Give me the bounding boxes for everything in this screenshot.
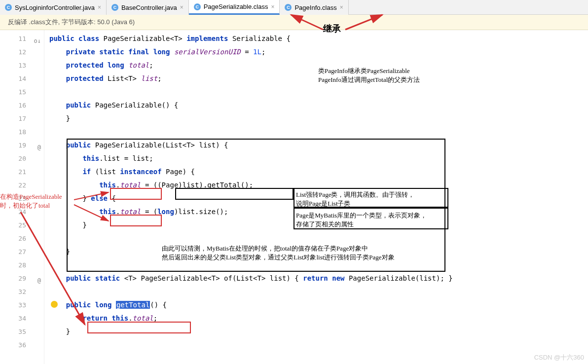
line-number: 29@ (0, 272, 44, 285)
line-number: 15 (0, 85, 44, 99)
tab-pageinfo[interactable]: C PageInfo.class × (280, 0, 348, 15)
line-number: 17 (0, 112, 44, 125)
code-line[interactable]: this.list = list; (44, 152, 588, 165)
code-line[interactable] (44, 85, 588, 99)
line-number: 33 (0, 298, 44, 312)
line-number: 36 (0, 338, 44, 352)
code-line[interactable]: } (44, 325, 588, 338)
gutter: 11o↓ 12 13 14 15 16 17 18 19@ 20 21 22 2… (0, 30, 44, 364)
line-number: 22 (0, 179, 44, 192)
line-number: 21 (0, 165, 44, 179)
class-file-icon: C (285, 4, 292, 11)
code-line[interactable]: } else { (44, 192, 588, 205)
line-number: 25 (0, 218, 44, 232)
tab-label: PageInfo.class (294, 4, 336, 11)
decompile-banner: 反编译 .class文件, 字节码版本: 50.0 (Java 6) (0, 15, 588, 30)
close-icon[interactable]: × (98, 4, 101, 11)
watermark: CSDN @十六360 (534, 353, 584, 362)
close-icon[interactable]: × (180, 4, 184, 11)
tab-pageserializable[interactable]: C PageSerializable.class × (189, 0, 280, 15)
line-number: 28 (0, 258, 44, 272)
tab-bar: C SysLogininforController.java × C BaseC… (0, 0, 588, 15)
line-number: 13 (0, 59, 44, 72)
line-number: 34 (0, 312, 44, 325)
close-icon[interactable]: × (271, 3, 274, 10)
code-line[interactable]: private static final long serialVersionU… (44, 45, 588, 59)
line-number: 32 (0, 285, 44, 298)
line-number: 20 (0, 152, 44, 165)
class-file-icon: C (111, 4, 118, 11)
code-line[interactable]: return this.total; (44, 312, 588, 325)
tab-basecontroller[interactable]: C BaseController.java × (107, 0, 189, 15)
line-number: 24 (0, 205, 44, 218)
line-number: 35 (0, 325, 44, 338)
code-line[interactable] (44, 338, 588, 352)
code-line[interactable] (44, 125, 588, 139)
code-line[interactable] (44, 232, 588, 245)
line-number: 19@ (0, 139, 44, 152)
line-number: 18 (0, 125, 44, 139)
code-line[interactable]: if (list instanceof Page) { (44, 165, 588, 179)
code-line[interactable]: public long getTotal() { (44, 298, 588, 312)
code-line[interactable]: public class PageSerializable<T> impleme… (44, 32, 588, 45)
code-line[interactable]: protected long total; (44, 59, 588, 72)
editor: 11o↓ 12 13 14 15 16 17 18 19@ 20 21 22 2… (0, 30, 588, 364)
line-number: 12 (0, 45, 44, 59)
code-line[interactable]: } (44, 218, 588, 232)
line-number: 26 (0, 232, 44, 245)
tab-syslogin[interactable]: C SysLogininforController.java × (0, 0, 107, 15)
code-area[interactable]: public class PageSerializable<T> impleme… (44, 30, 588, 364)
tab-label: PageSerializable.class (204, 3, 268, 10)
tab-label: SysLogininforController.java (15, 4, 95, 11)
line-number: 16 (0, 99, 44, 112)
code-line[interactable] (44, 258, 588, 272)
line-number: 11o↓ (0, 32, 44, 45)
code-line[interactable]: } (44, 112, 588, 125)
code-line[interactable]: public static <T> PageSerializable<T> of… (44, 272, 588, 285)
line-number: 14 (0, 72, 44, 85)
class-file-icon: C (5, 4, 12, 11)
code-line[interactable] (44, 285, 588, 298)
code-line[interactable]: this.total = (long)list.size(); (44, 205, 588, 218)
line-number: 27 (0, 245, 44, 258)
code-line[interactable]: public PageSerializable() { (44, 99, 588, 112)
code-line[interactable]: protected List<T> list; (44, 72, 588, 85)
close-icon[interactable]: × (340, 4, 343, 11)
code-line[interactable]: } (44, 245, 588, 258)
tab-label: BaseController.java (121, 4, 177, 11)
class-file-icon: C (194, 3, 201, 10)
code-line[interactable]: public PageSerializable(List<T> list) { (44, 139, 588, 152)
code-line[interactable]: this.total = ((Page)list).getTotal(); (44, 179, 588, 192)
line-number: 23 (0, 192, 44, 205)
